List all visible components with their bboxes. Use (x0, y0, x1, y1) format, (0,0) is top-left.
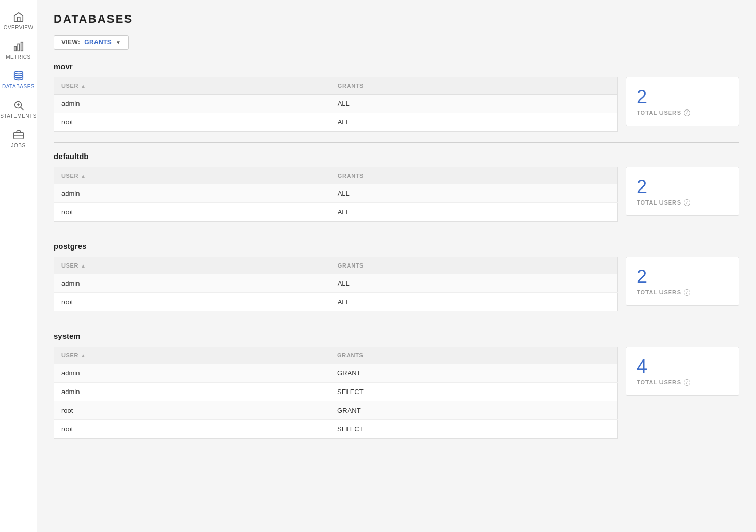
chart-icon (13, 41, 24, 52)
sort-icon: ▲ (81, 173, 86, 179)
db-layout-system: USER ▲GRANTSadminGRANTadminSELECTrootGRA… (54, 347, 739, 439)
total-users-text: TOTAL USERS (637, 289, 681, 295)
cell-grants: GRANT (330, 364, 617, 383)
sidebar-label-jobs: JOBS (11, 143, 25, 148)
table-row: rootSELECT (54, 420, 618, 439)
cell-user: root (54, 113, 330, 132)
cell-user: admin (54, 95, 330, 113)
cell-grants: ALL (330, 113, 618, 132)
cell-grants: SELECT (330, 383, 617, 401)
db-layout-movr: USER ▲GRANTSadminALLrootALL2TOTAL USERSi (54, 77, 739, 132)
db-table-defaultdb: USER ▲GRANTSadminALLrootALL (54, 167, 618, 222)
table-row: rootALL (54, 293, 618, 311)
total-users-text: TOTAL USERS (637, 109, 681, 116)
db-name-system: system (54, 332, 739, 340)
briefcase-icon (13, 129, 24, 140)
home-icon (13, 11, 24, 23)
user-header-label: USER (61, 352, 78, 358)
total-users-text: TOTAL USERS (637, 199, 681, 206)
view-value: GRANTS (84, 39, 112, 46)
info-icon[interactable]: i (684, 199, 690, 206)
svg-rect-0 (14, 46, 16, 51)
db-name-movr: movr (54, 62, 739, 71)
database-icon (13, 70, 24, 82)
total-users-count: 2 (637, 87, 729, 107)
total-users-label: TOTAL USERSi (637, 109, 729, 116)
view-toggle-button[interactable]: VIEW: GRANTS ▼ (54, 35, 129, 50)
chevron-down-icon: ▼ (116, 40, 121, 45)
sidebar: OVERVIEW METRICS DATABASES STATEMENTS (0, 0, 37, 532)
user-header-label: USER (61, 173, 78, 179)
col-header-grants: GRANTS (330, 347, 617, 364)
cell-user: admin (54, 383, 330, 401)
svg-rect-8 (13, 132, 23, 139)
col-header-user[interactable]: USER ▲ (54, 347, 330, 364)
cell-user: admin (54, 274, 330, 293)
sort-icon: ▲ (81, 263, 86, 269)
table-row: rootGRANT (54, 401, 618, 420)
table-row: rootALL (54, 203, 618, 222)
db-name-postgres: postgres (54, 242, 739, 251)
col-header-grants: GRANTS (330, 167, 618, 184)
stats-card-postgres: 2TOTAL USERSi (626, 257, 739, 306)
svg-point-3 (14, 71, 23, 74)
cell-grants: ALL (330, 293, 618, 311)
db-table-movr: USER ▲GRANTSadminALLrootALL (54, 77, 618, 132)
db-section-movr: movrUSER ▲GRANTSadminALLrootALL2TOTAL US… (54, 62, 739, 132)
sidebar-item-statements[interactable]: STATEMENTS (0, 95, 37, 124)
stats-card-system: 4TOTAL USERSi (626, 347, 739, 396)
cell-user: root (54, 401, 330, 420)
table-row: rootALL (54, 113, 618, 132)
view-prefix: VIEW: (61, 39, 80, 46)
db-section-defaultdb: defaultdbUSER ▲GRANTSadminALLrootALL2TOT… (54, 152, 739, 222)
col-header-user[interactable]: USER ▲ (54, 77, 330, 95)
sidebar-label-metrics: METRICS (6, 54, 31, 60)
sort-icon: ▲ (81, 353, 86, 358)
table-row: adminALL (54, 274, 618, 293)
cell-user: root (54, 420, 330, 439)
total-users-label: TOTAL USERSi (637, 379, 729, 386)
sidebar-item-metrics[interactable]: METRICS (0, 36, 37, 65)
info-icon[interactable]: i (684, 289, 690, 296)
db-layout-defaultdb: USER ▲GRANTSadminALLrootALL2TOTAL USERSi (54, 167, 739, 222)
svg-rect-1 (18, 44, 20, 51)
table-row: adminGRANT (54, 364, 618, 383)
databases-container: movrUSER ▲GRANTSadminALLrootALL2TOTAL US… (54, 62, 739, 439)
table-row: adminALL (54, 184, 618, 203)
info-icon[interactable]: i (684, 109, 690, 116)
cell-user: admin (54, 364, 330, 383)
total-users-count: 2 (637, 177, 729, 197)
user-header-label: USER (61, 83, 78, 89)
table-row: adminALL (54, 95, 618, 113)
col-header-user[interactable]: USER ▲ (54, 257, 330, 274)
db-name-defaultdb: defaultdb (54, 152, 739, 161)
sidebar-item-jobs[interactable]: JOBS (0, 124, 37, 153)
total-users-label: TOTAL USERSi (637, 289, 729, 296)
cell-grants: ALL (330, 184, 618, 203)
main-content: DATABASES VIEW: GRANTS ▼ movrUSER ▲GRANT… (37, 0, 756, 532)
cell-user: root (54, 203, 330, 222)
sidebar-item-databases[interactable]: DATABASES (0, 65, 37, 95)
sidebar-label-overview: OVERVIEW (4, 25, 34, 30)
sidebar-label-databases: DATABASES (2, 84, 35, 89)
total-users-count: 2 (637, 267, 729, 287)
db-section-postgres: postgresUSER ▲GRANTSadminALLrootALL2TOTA… (54, 242, 739, 311)
db-section-system: systemUSER ▲GRANTSadminGRANTadminSELECTr… (54, 332, 739, 439)
col-header-grants: GRANTS (330, 257, 618, 274)
cell-user: admin (54, 184, 330, 203)
cell-grants: GRANT (330, 401, 617, 420)
cell-grants: SELECT (330, 420, 617, 439)
cell-grants: ALL (330, 95, 618, 113)
svg-line-5 (21, 107, 23, 110)
sidebar-item-overview[interactable]: OVERVIEW (0, 6, 37, 36)
db-table-system: USER ▲GRANTSadminGRANTadminSELECTrootGRA… (54, 347, 618, 439)
stats-card-movr: 2TOTAL USERSi (626, 77, 739, 126)
total-users-count: 4 (637, 356, 729, 377)
total-users-label: TOTAL USERSi (637, 199, 729, 206)
db-table-postgres: USER ▲GRANTSadminALLrootALL (54, 257, 618, 311)
db-layout-postgres: USER ▲GRANTSadminALLrootALL2TOTAL USERSi (54, 257, 739, 311)
info-icon[interactable]: i (684, 379, 690, 386)
cell-user: root (54, 293, 330, 311)
col-header-user[interactable]: USER ▲ (54, 167, 330, 184)
table-row: adminSELECT (54, 383, 618, 401)
